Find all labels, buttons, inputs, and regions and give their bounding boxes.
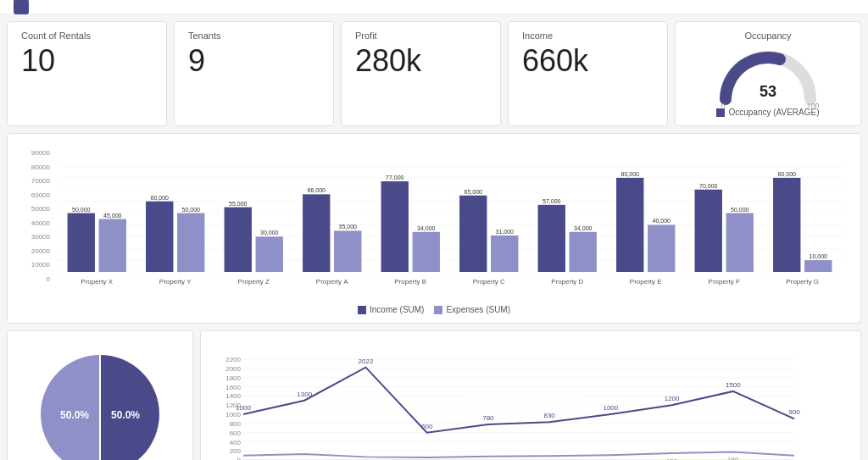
pie-chart-card: Commercial Private — [7, 330, 193, 460]
expenses-legend: Expenses (SUM) — [434, 305, 510, 314]
svg-text:100: 100 — [806, 102, 819, 108]
logo-icon — [14, 0, 29, 14]
bottom-charts-row: Commercial Private Price per m2 (SUM) m2… — [0, 330, 868, 460]
svg-text:0: 0 — [721, 102, 725, 108]
bar-chart-section: 0 10000 20000 30000 40000 50000 60000 70… — [0, 133, 868, 330]
kpi-count-rentals-value: 10 — [21, 44, 55, 78]
kpi-income: Income 660k — [508, 21, 668, 126]
gauge-svg: 53 0 100 — [713, 44, 823, 108]
bar-chart-canvas — [53, 149, 850, 297]
kpi-count-rentals: Count of Rentals 10 — [7, 21, 167, 126]
occupancy-legend-dot — [716, 108, 725, 117]
occupancy-legend-item: Occupancy (AVERAGE) — [716, 108, 819, 117]
line-chart-card: Price per m2 (SUM) m2 (SUM) — [200, 330, 861, 460]
svg-text:53: 53 — [760, 83, 776, 100]
kpi-profit: Profit 280k — [341, 21, 501, 126]
kpi-profit-label: Profit — [355, 30, 377, 41]
income-legend: Income (SUM) — [358, 305, 424, 314]
bar-chart-card: 0 10000 20000 30000 40000 50000 60000 70… — [7, 133, 861, 324]
kpi-count-rentals-label: Count of Rentals — [21, 30, 91, 41]
kpi-income-label: Income — [522, 30, 553, 41]
expenses-legend-dot — [434, 306, 442, 314]
kpi-tenants: Tenants 9 — [174, 21, 334, 126]
logo — [14, 0, 32, 14]
kpi-occupancy: Occupancy 53 0 100 Occupancy (AVERAGE) — [675, 21, 861, 126]
kpi-tenants-label: Tenants — [188, 30, 221, 41]
expenses-legend-label: Expenses (SUM) — [446, 305, 510, 314]
kpi-income-value: 660k — [522, 44, 588, 78]
pie-chart-canvas — [32, 346, 168, 460]
line-chart-canvas — [209, 346, 803, 460]
bar-chart-legend: Income (SUM) Expenses (SUM) — [16, 305, 852, 314]
kpi-occupancy-label: Occupancy — [744, 30, 791, 41]
occupancy-legend-label: Occupancy (AVERAGE) — [728, 108, 819, 117]
kpi-profit-value: 280k — [355, 44, 421, 78]
kpi-row: Count of Rentals 10 Tenants 9 Profit 280… — [0, 14, 868, 133]
income-legend-label: Income (SUM) — [370, 305, 424, 314]
header — [0, 0, 868, 14]
income-legend-dot — [358, 306, 366, 314]
kpi-tenants-value: 9 — [188, 44, 205, 78]
